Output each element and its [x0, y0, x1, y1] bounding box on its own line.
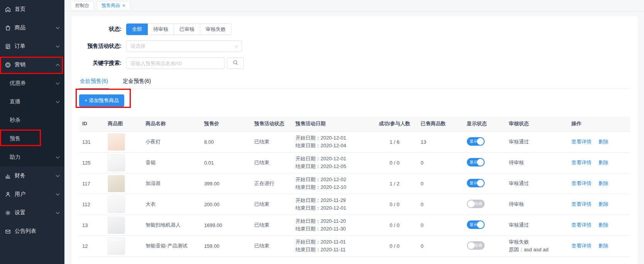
status-option-pending[interactable]: 待审核 — [148, 24, 174, 35]
tab-presale-products[interactable]: 预售商品 × — [97, 1, 130, 10]
status-option-all[interactable]: 全部 — [126, 24, 148, 35]
cell-price: 0.01 — [201, 152, 251, 173]
activity-filter-row: 预售活动状态: 请选择 — [79, 40, 630, 52]
sidebar-item-marketing[interactable]: 营销 — [0, 55, 64, 74]
chevron-down-icon — [235, 44, 238, 48]
product-thumbnail — [108, 133, 125, 151]
cell-activity-status: 正在进行 — [251, 173, 292, 194]
presale-type-tabs: 全款预售(6) 定金预售(6) — [79, 75, 630, 89]
sidebar-item-label: 设置 — [15, 209, 56, 216]
toggle-knob — [477, 159, 484, 166]
chevron-down-icon — [56, 155, 60, 159]
sidebar-item-flashsale[interactable]: 秒杀 — [0, 111, 64, 129]
status-option-failed[interactable]: 审核失败 — [200, 24, 232, 35]
cell-price: 8.00 — [201, 131, 251, 152]
search-button[interactable] — [227, 57, 244, 69]
cell-review-status: 待审核 — [506, 194, 568, 215]
view-detail-link[interactable]: 查看详情 — [571, 222, 592, 228]
col-activity-date: 预售活动日期 — [292, 116, 372, 131]
table-row: 112 大衣 200.00 已结束 开始日期：2020-11-29结束日期：20… — [79, 194, 630, 215]
cell-activity-date: 开始日期：2020-11-20结束日期：2020-11-30 — [292, 215, 372, 235]
view-detail-link[interactable]: 查看详情 — [571, 139, 592, 145]
delete-link[interactable]: 删除 — [598, 139, 609, 145]
delete-link[interactable]: 删除 — [598, 222, 609, 228]
sidebar-item-label: 营销 — [15, 61, 56, 68]
cell-activity-date: 开始日期：2020-11-29结束日期：2020-12-01 — [292, 194, 372, 215]
display-toggle[interactable]: 显示 — [467, 220, 485, 229]
delete-link[interactable]: 删除 — [598, 201, 609, 207]
tab-label: 预售商品 — [101, 2, 120, 9]
sidebar-item-finance[interactable]: 财务 — [0, 166, 64, 185]
cell-activity-status: 已结束 — [251, 131, 292, 152]
close-icon[interactable]: × — [122, 3, 125, 8]
cell-review-status: 审核通过 — [506, 131, 568, 152]
marketing-icon — [5, 62, 11, 68]
sidebar-item-label: 直播 — [10, 98, 56, 105]
display-toggle[interactable]: 显示 — [467, 158, 485, 166]
display-toggle[interactable]: 隐藏 — [467, 200, 485, 208]
tab-full-presale[interactable]: 全款预售(6) — [79, 75, 109, 89]
sidebar-item-live[interactable]: 直播 — [0, 92, 64, 111]
cell-activity-status: 已结束 — [251, 215, 292, 235]
sidebar-item-boost[interactable]: 助力 — [0, 148, 64, 166]
display-toggle[interactable]: 显示 — [467, 179, 485, 187]
presale-products-table: ID 商品图 商品名称 预售价 预售活动状态 预售活动日期 成功/参与人数 已售… — [79, 116, 630, 257]
table-row: 117 加湿器 399.00 正在进行 开始日期：2020-12-02结束日期：… — [79, 173, 630, 194]
sidebar-item-label: 预售 — [10, 135, 59, 142]
view-detail-link[interactable]: 查看详情 — [571, 201, 592, 207]
status-option-reviewed[interactable]: 已审核 — [174, 24, 200, 35]
tab-console[interactable]: 控制台 — [71, 1, 94, 10]
sidebar-item-settings[interactable]: 设置 — [0, 203, 64, 222]
orders-icon — [5, 43, 11, 49]
finance-icon — [5, 173, 11, 179]
sidebar-item-goods[interactable]: 商品 — [0, 18, 64, 37]
chevron-down-icon — [56, 25, 60, 29]
cell-sold: 13 — [418, 131, 464, 152]
sidebar-item-users[interactable]: 用户 — [0, 185, 64, 203]
view-detail-link[interactable]: 查看详情 — [571, 180, 592, 186]
product-thumbnail — [108, 237, 125, 255]
cell-participants: 1 / 2 — [372, 173, 418, 194]
delete-link[interactable]: 删除 — [598, 180, 609, 186]
chevron-down-icon — [56, 99, 60, 103]
sidebar-item-label: 优惠券 — [10, 80, 56, 87]
cell-review-status: 审核通过 — [506, 173, 568, 194]
col-image: 商品图 — [105, 116, 142, 131]
sidebar-item-coupons[interactable]: 优惠券 — [0, 74, 64, 92]
chevron-down-icon — [56, 192, 60, 196]
sidebar-item-presale[interactable]: 预售 — [0, 129, 64, 148]
sidebar-item-label: 秒杀 — [10, 117, 59, 124]
cell-participants: 0 / 0 — [372, 215, 418, 235]
table-row: 13 智能扫地机器人 1699.00 已结束 开始日期：2020-11-20结束… — [79, 215, 630, 235]
add-presale-product-button[interactable]: + 添加预售商品 — [79, 94, 124, 107]
product-thumbnail — [108, 217, 125, 234]
toggle-knob — [477, 138, 484, 145]
sidebar-item-announcements[interactable]: 公告列表 — [0, 222, 64, 240]
tab-deposit-presale[interactable]: 定金预售(6) — [122, 75, 152, 89]
sidebar-item-orders[interactable]: 订单 — [0, 37, 64, 55]
cell-id: 125 — [79, 152, 105, 173]
display-toggle[interactable]: 隐藏 — [467, 241, 485, 250]
keyword-filter-row: 关键字搜索: — [79, 57, 630, 69]
toggle-knob — [468, 200, 475, 207]
page-tab-bar: 控制台 预售商品 × — [64, 0, 644, 12]
cell-activity-status: 已结束 — [251, 235, 292, 256]
cell-activity-date: 开始日期：2020-12-02结束日期：2020-12-10 — [292, 173, 372, 194]
users-icon — [5, 191, 11, 197]
display-toggle[interactable]: 显示 — [467, 137, 485, 146]
cell-price: 159.00 — [201, 235, 251, 256]
activity-status-select[interactable]: 请选择 — [126, 40, 242, 52]
col-participants: 成功/参与人数 — [372, 116, 418, 131]
cell-name: 智能扫地机器人 — [142, 215, 201, 235]
toggle-knob — [477, 180, 484, 187]
view-detail-link[interactable]: 查看详情 — [571, 243, 592, 249]
delete-link[interactable]: 删除 — [598, 243, 609, 249]
table-row: 125 音箱 0.01 已结束 开始日期：2020-12-01结束日期：2020… — [79, 152, 630, 173]
col-id: ID — [79, 116, 105, 131]
sidebar-item-home[interactable]: 首页 — [0, 0, 64, 18]
view-detail-link[interactable]: 查看详情 — [571, 160, 592, 165]
cell-sold: 0 — [418, 235, 464, 256]
keyword-input[interactable] — [126, 57, 225, 69]
status-segmented-control: 全部 待审核 已审核 审核失败 — [126, 24, 232, 35]
delete-link[interactable]: 删除 — [598, 160, 609, 165]
